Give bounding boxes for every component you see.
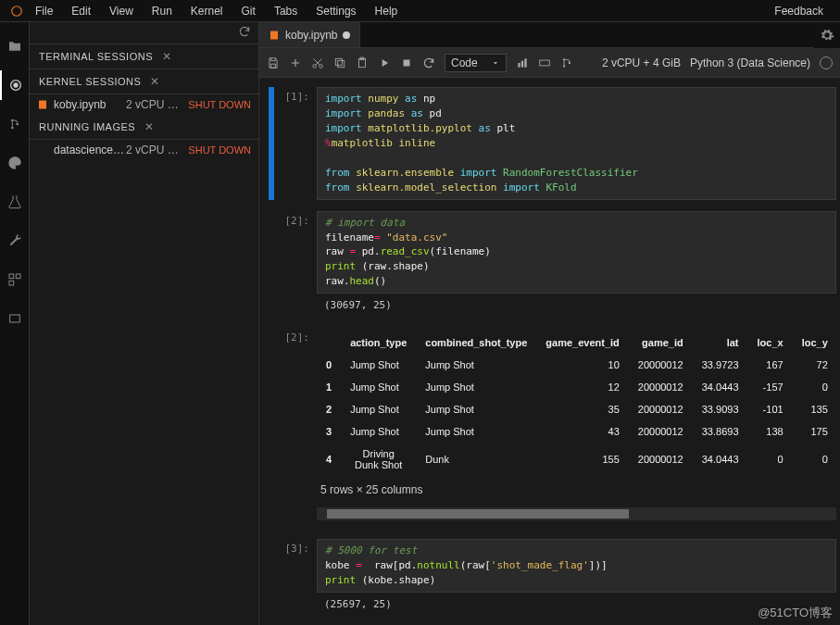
- svg-rect-19: [518, 63, 520, 68]
- svg-point-5: [16, 123, 19, 126]
- svg-rect-21: [524, 58, 526, 67]
- svg-rect-9: [9, 315, 19, 322]
- running-image-row[interactable]: datascience… 2 vCPU +… SHUT DOWN: [30, 140, 258, 160]
- paste-icon[interactable]: [356, 56, 369, 69]
- svg-rect-8: [9, 281, 14, 285]
- tab-title: koby.ipynb: [285, 29, 337, 42]
- folder-icon[interactable]: [0, 31, 30, 61]
- svg-rect-15: [335, 58, 342, 65]
- git-tb-icon[interactable]: [560, 56, 573, 69]
- image-name: datascience…: [54, 144, 126, 156]
- instance-type[interactable]: 2 vCPU + 4 GiB: [602, 56, 681, 69]
- notebook-area[interactable]: [1]: import numpy as np import pandas as…: [259, 78, 840, 625]
- svg-point-4: [11, 127, 14, 130]
- svg-point-2: [14, 83, 18, 87]
- extensions-icon[interactable]: [0, 265, 30, 294]
- code-cell[interactable]: [1]: import numpy as np import pandas as…: [269, 87, 836, 200]
- close-icon[interactable]: ✕: [144, 120, 155, 133]
- kernel-status-icon[interactable]: [820, 56, 833, 69]
- svg-rect-10: [39, 101, 46, 109]
- horizontal-scrollbar[interactable]: [317, 507, 836, 520]
- cut-icon[interactable]: [311, 56, 324, 69]
- notebook-icon: [37, 99, 48, 110]
- unsaved-indicator: [343, 31, 350, 39]
- palette-icon[interactable]: [0, 148, 30, 178]
- dataframe-output[interactable]: action_typecombined_shot_typegame_event_…: [317, 328, 836, 528]
- menu-help[interactable]: Help: [366, 5, 407, 18]
- svg-rect-11: [270, 31, 278, 39]
- save-icon[interactable]: [267, 56, 280, 69]
- menu-edit[interactable]: Edit: [62, 5, 100, 18]
- running-icon[interactable]: [0, 70, 30, 100]
- left-iconbar: [0, 22, 30, 625]
- run-icon[interactable]: [378, 56, 391, 69]
- close-icon[interactable]: ✕: [150, 75, 160, 88]
- kernel-sessions-header[interactable]: KERNEL SESSIONS ✕: [30, 69, 258, 94]
- input-prompt: [3]:: [276, 539, 317, 616]
- svg-point-23: [563, 58, 565, 60]
- dataframe-table: action_typecombined_shot_typegame_event_…: [317, 331, 840, 476]
- code-cell[interactable]: [3]: # 5000 for test kobe = raw[pd.notnu…: [269, 539, 836, 616]
- shutdown-button[interactable]: SHUT DOWN: [188, 144, 251, 156]
- code-editor[interactable]: # import data filename= "data.csv" raw =…: [317, 211, 836, 294]
- code-cell[interactable]: [2]: # import data filename= "data.csv" …: [269, 211, 836, 318]
- menu-file[interactable]: File: [26, 5, 62, 18]
- running-images-header[interactable]: RUNNING IMAGES ✕: [30, 115, 258, 140]
- input-prompt: [2]:: [276, 211, 317, 318]
- table-footer: 5 rows × 25 columns: [317, 476, 836, 504]
- app-logo: [7, 5, 26, 18]
- add-cell-icon[interactable]: [289, 56, 302, 69]
- menu-kernel[interactable]: Kernel: [182, 5, 232, 18]
- output-text: (30697, 25): [317, 294, 836, 317]
- svg-rect-6: [9, 274, 14, 279]
- svg-point-3: [11, 119, 14, 122]
- wrench-icon[interactable]: [0, 226, 30, 256]
- menu-settings[interactable]: Settings: [307, 5, 365, 18]
- copy-icon[interactable]: [333, 56, 346, 69]
- restart-icon[interactable]: [422, 56, 435, 69]
- code-editor[interactable]: import numpy as np import pandas as pd i…: [317, 87, 836, 200]
- panel-toolbar: [30, 22, 258, 44]
- output-text: (25697, 25): [317, 593, 836, 616]
- terminal-sessions-header[interactable]: TERMINAL SESSIONS ✕: [30, 44, 258, 69]
- menu-run[interactable]: Run: [143, 5, 182, 18]
- svg-point-0: [12, 6, 22, 16]
- session-env: 2 vCPU +…: [126, 98, 183, 111]
- menu-git[interactable]: Git: [232, 5, 265, 18]
- stop-icon[interactable]: [400, 56, 413, 69]
- close-icon[interactable]: ✕: [162, 50, 172, 63]
- svg-point-25: [568, 61, 570, 63]
- output-prompt: [2]:: [276, 328, 317, 528]
- experiment-icon[interactable]: [0, 187, 30, 217]
- svg-rect-14: [338, 60, 345, 67]
- notebook-tab[interactable]: koby.ipynb: [259, 22, 360, 47]
- svg-point-24: [563, 65, 565, 67]
- notebook-toolbar: Code 2 vCPU + 4 GiB Python 3 (Data Scien…: [259, 48, 840, 78]
- menu-view[interactable]: View: [100, 5, 143, 18]
- image-env: 2 vCPU +…: [126, 144, 183, 156]
- notebook-icon: [269, 30, 280, 41]
- input-prompt: [1]:: [276, 87, 317, 200]
- gear-icon[interactable]: [814, 22, 840, 48]
- svg-rect-7: [16, 274, 20, 279]
- kernel-name[interactable]: Python 3 (Data Science): [690, 56, 810, 69]
- svg-rect-22: [539, 60, 549, 66]
- code-editor[interactable]: # 5000 for test kobe = raw[pd.notnull(ra…: [317, 539, 836, 593]
- chart-icon[interactable]: [516, 56, 529, 69]
- running-sessions-panel: TERMINAL SESSIONS ✕ KERNEL SESSIONS ✕ ko…: [30, 22, 259, 625]
- shutdown-button[interactable]: SHUT DOWN: [188, 99, 251, 110]
- svg-rect-18: [404, 59, 410, 66]
- output-cell: [2]: action_typecombined_shot_typegame_e…: [269, 328, 836, 528]
- svg-rect-20: [521, 60, 523, 67]
- kernel-session-row[interactable]: koby.ipynb 2 vCPU +… SHUT DOWN: [30, 94, 258, 115]
- session-name: koby.ipynb: [54, 98, 126, 111]
- keyboard-icon[interactable]: [538, 56, 551, 69]
- menu-tabs[interactable]: Tabs: [265, 5, 307, 18]
- feedback-link[interactable]: Feedback: [765, 5, 833, 18]
- git-icon[interactable]: [0, 109, 30, 139]
- top-menu-bar: FileEditViewRunKernelGitTabsSettingsHelp…: [0, 0, 840, 22]
- refresh-icon[interactable]: [238, 25, 251, 41]
- tabs-list-icon[interactable]: [0, 304, 30, 333]
- tab-bar: koby.ipynb: [259, 22, 814, 48]
- cell-type-dropdown[interactable]: Code: [445, 54, 507, 72]
